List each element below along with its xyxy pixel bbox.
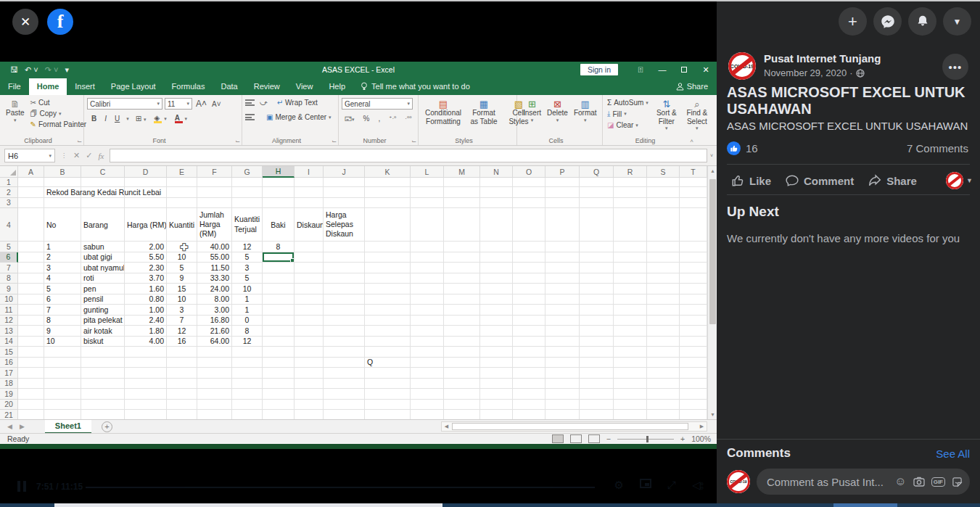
cell-H4[interactable]: Baki [263, 208, 295, 242]
cell-O13[interactable] [513, 326, 545, 337]
cell-E9[interactable]: 15 [167, 284, 197, 294]
column-header-D[interactable]: D [125, 166, 167, 178]
cell-K11[interactable] [365, 305, 411, 316]
cell-K13[interactable] [365, 326, 411, 337]
cell-P12[interactable] [545, 316, 580, 326]
cell-J18[interactable] [324, 379, 365, 389]
cell-Q8[interactable] [580, 273, 614, 284]
column-header-B[interactable]: B [44, 166, 81, 178]
cell-J16[interactable] [324, 358, 365, 368]
cell-A21[interactable] [18, 410, 44, 419]
format-as-table-button[interactable]: ▦ Format as Table [465, 98, 503, 127]
column-header-L[interactable]: L [411, 166, 444, 178]
see-all-link[interactable]: See All [936, 448, 970, 460]
cell-B17[interactable] [44, 368, 81, 379]
cell-Q2[interactable] [580, 187, 614, 198]
cell-D15[interactable] [125, 347, 167, 358]
cell-I8[interactable] [295, 273, 324, 284]
cell-G13[interactable]: 8 [232, 326, 263, 337]
create-post-button[interactable]: + [839, 7, 867, 36]
conditional-formatting-button[interactable]: ▤ Conditional Formatting [421, 98, 465, 127]
cell-D3[interactable] [125, 198, 167, 209]
cell-R18[interactable] [614, 379, 647, 389]
page-name[interactable]: Pusat Internet Tunjang [764, 52, 881, 66]
cell-M5[interactable] [444, 242, 480, 252]
cell-C18[interactable] [81, 379, 125, 389]
cell-H1[interactable] [263, 178, 295, 187]
cell-Q10[interactable] [580, 294, 614, 305]
cell-I11[interactable] [295, 305, 324, 316]
cell-J3[interactable] [324, 198, 365, 209]
cell-B5[interactable]: 1 [44, 242, 81, 252]
video-player-area[interactable]: ✕ f 🖫 ↶ ˅ ↷ ˅ ▾ ASAS EXCEL - Excel Sign … [0, 0, 717, 507]
cell-F4[interactable]: Jumlah Harga (RM) [197, 208, 232, 242]
restore-icon[interactable] [673, 62, 695, 78]
cell-S16[interactable] [647, 358, 680, 368]
cell-E21[interactable] [167, 410, 197, 419]
cell-N5[interactable] [480, 242, 513, 252]
cell-P6[interactable] [545, 252, 580, 263]
cell-G4[interactable]: Kuantiti Terjual [232, 208, 263, 242]
cell-J21[interactable] [324, 410, 365, 419]
close-window-icon[interactable]: ✕ [695, 62, 717, 78]
row-header-14[interactable]: 14 [0, 337, 18, 347]
cell-M4[interactable] [444, 208, 480, 242]
cell-P7[interactable] [545, 263, 580, 273]
cell-H14[interactable] [263, 337, 295, 347]
name-box-dropdown-icon[interactable]: ▾ [49, 153, 52, 159]
page-avatar[interactable]: COVID-19 [728, 52, 756, 80]
cell-I16[interactable] [295, 358, 324, 368]
cell-N21[interactable] [480, 410, 513, 419]
cell-J5[interactable] [324, 242, 365, 252]
cut-button[interactable]: ✂ Cut [29, 98, 88, 107]
cell-A14[interactable] [18, 337, 44, 347]
cell-M21[interactable] [444, 410, 480, 419]
cell-L6[interactable] [411, 252, 444, 263]
cell-K5[interactable] [365, 242, 411, 252]
row-header-15[interactable]: 15 [0, 347, 18, 358]
row-header-4[interactable]: 4 [0, 208, 18, 242]
comment-identity-switcher[interactable]: ▼ [946, 172, 973, 189]
cell-S21[interactable] [647, 410, 680, 419]
cell-A19[interactable] [18, 389, 44, 400]
cell-B18[interactable] [44, 379, 81, 389]
normal-view-icon[interactable] [552, 434, 564, 443]
font-size-combo[interactable]: 11▾ [165, 98, 192, 110]
decrease-decimal-icon[interactable]: ·⁰⁰ [403, 115, 413, 122]
fullscreen-icon[interactable]: ⤢ [667, 479, 676, 492]
cell-P21[interactable] [545, 410, 580, 419]
camera-icon[interactable] [913, 477, 925, 487]
cell-J9[interactable] [324, 284, 365, 294]
cell-O11[interactable] [513, 305, 545, 316]
cell-B3[interactable] [44, 198, 81, 209]
cell-H20[interactable] [263, 400, 295, 411]
cell-I5[interactable] [295, 242, 324, 252]
percent-style-icon[interactable]: % [362, 115, 371, 123]
cell-K8[interactable] [365, 273, 411, 284]
gif-icon[interactable]: GIF [931, 477, 945, 487]
cell-E7[interactable]: 5 [167, 263, 197, 273]
row-header-16[interactable]: 16 [0, 358, 18, 368]
new-sheet-button[interactable]: + [102, 421, 112, 432]
column-header-M[interactable]: M [444, 166, 480, 178]
pip-icon[interactable] [640, 479, 651, 488]
video-progress-line[interactable] [86, 487, 595, 488]
cell-R7[interactable] [614, 263, 647, 273]
accounting-format-icon[interactable]: 🖃▾ [343, 115, 356, 123]
cell-A7[interactable] [18, 263, 44, 273]
cell-O12[interactable] [513, 316, 545, 326]
cell-G8[interactable]: 5 [232, 273, 263, 284]
cell-T12[interactable] [680, 316, 707, 326]
fill-color-icon[interactable]: ◈ ▾ [152, 114, 168, 123]
zoom-out-icon[interactable]: − [606, 434, 611, 443]
cell-D5[interactable]: 2.00 [125, 242, 167, 252]
cell-B16[interactable] [44, 358, 81, 368]
cell-Q16[interactable] [580, 358, 614, 368]
cell-R19[interactable] [614, 389, 647, 400]
cell-M17[interactable] [444, 368, 480, 379]
font-dialog-launcher[interactable]: ⌙ [235, 138, 240, 144]
cell-B1[interactable] [44, 178, 81, 187]
cell-F21[interactable] [197, 410, 232, 419]
zoom-in-icon[interactable]: + [680, 434, 685, 443]
cell-K2[interactable] [365, 187, 411, 198]
